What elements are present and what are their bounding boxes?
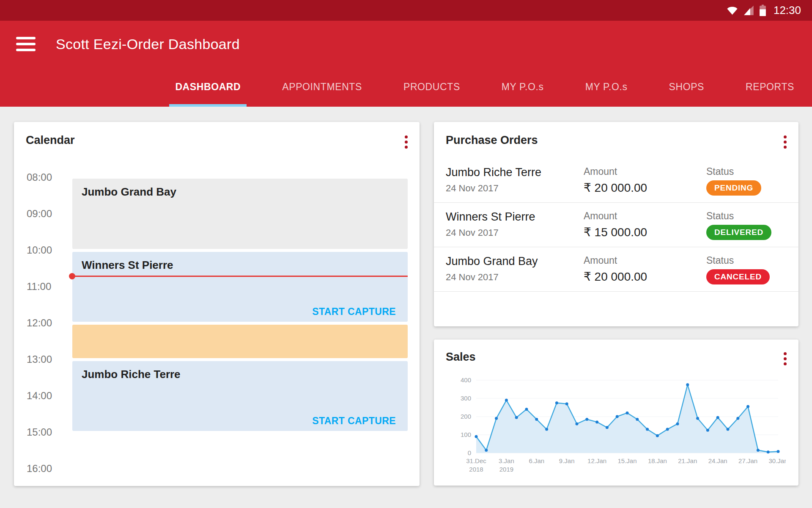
svg-text:24.Jan: 24.Jan [708,457,727,464]
tab-my-pos-2[interactable]: MY P.O.s [579,67,634,107]
po-name: Jumbo Grand Bay [446,255,584,268]
status-badge: DELIVERED [706,225,771,240]
po-name: Jumbo Riche Terre [446,166,584,179]
event-title: Winners St Pierre [82,259,173,272]
hour-label: 14:00 [27,390,52,402]
calendar-event-winners-st-pierre[interactable]: Winners St Pierre START CAPTURE [72,252,408,322]
tab-shops[interactable]: SHOPS [663,67,710,107]
purchase-orders-list: Jumbo Riche Terre 24 Nov 2017 Amount ₹ 2… [434,158,798,292]
clock: 12:30 [774,4,801,17]
amount-value: ₹ 20 000.00 [584,181,706,195]
svg-text:0: 0 [468,449,471,456]
svg-text:30.Jan: 30.Jan [768,457,786,464]
svg-text:9.Jan: 9.Jan [559,457,575,464]
battery-icon [760,5,766,16]
tab-my-pos-1[interactable]: MY P.O.s [496,67,550,107]
tab-dashboard[interactable]: DASHBOARD [169,67,247,107]
amount-value: ₹ 15 000.00 [584,225,706,239]
purchase-orders-title: Purchase Orders [446,134,538,147]
event-title: Jumbo Grand Bay [82,185,176,199]
status-badge: PENDING [706,180,761,196]
amount-label: Amount [584,166,706,177]
svg-text:300: 300 [461,395,471,402]
svg-text:15.Jan: 15.Jan [617,457,636,464]
tab-bar: DASHBOARD APPOINTMENTS PRODUCTS MY P.O.s… [0,67,812,107]
po-date: 24 Nov 2017 [446,227,584,238]
svg-text:21.Jan: 21.Jan [678,457,697,464]
svg-text:400: 400 [461,376,471,384]
hour-label: 09:00 [27,208,52,220]
svg-text:200: 200 [461,413,471,420]
po-name: Winners St Pierre [446,210,584,224]
start-capture-button[interactable]: START CAPTURE [312,306,396,318]
amount-label: Amount [584,255,706,266]
hour-label: 10:00 [27,244,52,256]
app-bar: Scott Eezi-Order Dashboard DASHBOARD APP… [0,21,812,107]
hour-label: 15:00 [27,426,52,438]
svg-text:6.Jan: 6.Jan [529,457,544,464]
calendar-title: Calendar [26,134,75,147]
calendar-event-jumbo-grand-bay[interactable]: Jumbo Grand Bay [72,179,408,249]
svg-text:12.Jan: 12.Jan [587,457,606,464]
status-badge: CANCELED [706,269,770,284]
status-label: Status [706,166,787,177]
hour-label: 12:00 [27,317,52,329]
sales-card: Sales 010020030040031.Dec20183.Jan20196.… [434,340,798,486]
menu-button[interactable] [16,37,36,51]
event-title: Jumbo Riche Terre [82,368,181,381]
po-date: 24 Nov 2017 [446,272,584,283]
svg-text:3.Jan: 3.Jan [499,457,514,464]
status-label: Status [706,210,787,222]
purchase-orders-card: Purchase Orders Jumbo Riche Terre 24 Nov… [434,122,798,326]
page-title: Scott Eezi-Order Dashboard [56,36,240,52]
hour-label: 13:00 [27,353,52,365]
hour-label: 08:00 [27,171,52,183]
po-row[interactable]: Jumbo Grand Bay 24 Nov 2017 Amount ₹ 20 … [434,247,798,292]
current-time-dot [69,273,75,279]
svg-text:31.Dec: 31.Dec [466,457,486,464]
amount-label: Amount [584,210,706,222]
signal-icon [743,5,754,16]
calendar-event-untitled[interactable] [72,325,408,358]
svg-text:2018: 2018 [469,466,483,473]
po-date: 24 Nov 2017 [446,183,584,194]
calendar-card: Calendar 08:00 09:00 10:00 11:00 12:00 1… [14,122,420,486]
calendar-menu-button[interactable] [403,134,409,150]
toolbar: Scott Eezi-Order Dashboard [0,21,812,67]
po-row[interactable]: Winners St Pierre 24 Nov 2017 Amount ₹ 1… [434,203,798,247]
svg-text:18.Jan: 18.Jan [648,457,667,464]
current-time-indicator [72,276,408,277]
svg-text:27.Jan: 27.Jan [738,457,757,464]
svg-text:100: 100 [461,431,471,438]
status-label: Status [706,255,787,266]
tab-reports[interactable]: REPORTS [740,67,800,107]
svg-text:2019: 2019 [499,466,513,473]
tab-appointments[interactable]: APPOINTMENTS [276,67,368,107]
tab-products[interactable]: PRODUCTS [398,67,466,107]
sales-menu-button[interactable] [782,351,788,367]
calendar-event-jumbo-riche-terre[interactable]: Jumbo Riche Terre START CAPTURE [72,361,408,431]
sales-title: Sales [446,351,476,364]
start-capture-button[interactable]: START CAPTURE [312,415,396,427]
sales-line-chart: 010020030040031.Dec20183.Jan20196.Jan9.J… [443,370,786,482]
purchase-orders-menu-button[interactable] [782,134,788,150]
hour-label: 11:00 [27,281,51,293]
wifi-icon [727,5,738,16]
po-row[interactable]: Jumbo Riche Terre 24 Nov 2017 Amount ₹ 2… [434,158,798,203]
hour-label: 16:00 [27,463,52,475]
status-bar: 12:30 [0,0,812,21]
amount-value: ₹ 20 000.00 [584,270,706,284]
